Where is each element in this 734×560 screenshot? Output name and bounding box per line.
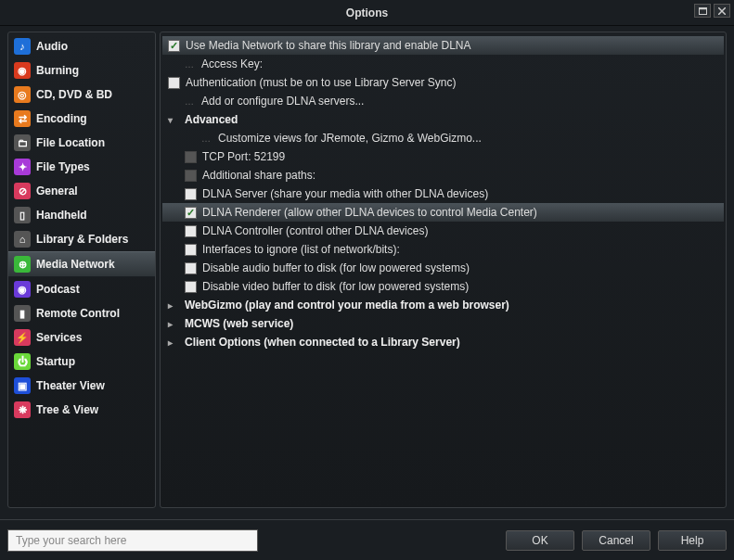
- sidebar-item-media-network[interactable]: ⊕Media Network: [8, 251, 155, 277]
- option-row[interactable]: ▸MCWS (web service): [162, 314, 724, 333]
- sidebar: ♪Audio◉Burning◎CD, DVD & BD⇄Encoding🗀Fil…: [7, 32, 156, 508]
- option-label: WebGizmo (play and control your media fr…: [185, 299, 509, 312]
- option-label: Disable video buffer to disk (for low po…: [202, 280, 469, 293]
- checkbox[interactable]: [185, 244, 197, 256]
- sidebar-item-tree-view[interactable]: ❋Tree & View: [8, 398, 155, 422]
- option-row[interactable]: TCP Port: 52199: [162, 147, 724, 166]
- ellipsis-icon: …: [185, 59, 196, 70]
- option-label: Disable audio buffer to disk (for low po…: [202, 261, 470, 274]
- sidebar-item-podcast[interactable]: ◉Podcast: [8, 277, 155, 301]
- sidebar-item-library-folders[interactable]: ⌂Library & Folders: [8, 227, 155, 251]
- sidebar-item-encoding[interactable]: ⇄Encoding: [8, 107, 155, 131]
- option-row[interactable]: …Customize views for JRemote, Gizmo & We…: [162, 129, 724, 147]
- library-folders-icon: ⌂: [14, 231, 31, 248]
- audio-icon: ♪: [14, 38, 31, 55]
- option-row[interactable]: DLNA Renderer (allow other DLNA devices …: [162, 203, 724, 222]
- option-label: Additional share paths:: [202, 169, 315, 182]
- checkbox[interactable]: [168, 77, 180, 89]
- file-types-icon: ✦: [14, 159, 31, 175]
- option-row[interactable]: Interfaces to ignore (list of network/bi…: [162, 240, 724, 259]
- titlebar-buttons: [694, 4, 730, 18]
- remote-control-icon: ▮: [14, 305, 31, 322]
- sidebar-item-theater-view[interactable]: ▣Theater View: [8, 374, 155, 398]
- option-label: Client Options (when connected to a Libr…: [185, 336, 460, 349]
- checkbox[interactable]: [185, 188, 197, 200]
- option-label: Advanced: [185, 113, 238, 126]
- chevron-down-icon: ▾: [168, 115, 179, 125]
- option-row[interactable]: Disable audio buffer to disk (for low po…: [162, 259, 724, 277]
- checkbox[interactable]: [185, 151, 197, 163]
- sidebar-item-label: File Types: [36, 160, 90, 173]
- checkbox[interactable]: [185, 225, 197, 237]
- option-row[interactable]: Authentication (must be on to use Librar…: [162, 73, 724, 92]
- titlebar: Options: [0, 0, 734, 26]
- option-label: Use Media Network to share this library …: [186, 39, 470, 52]
- sidebar-item-label: Library & Folders: [36, 233, 128, 246]
- podcast-icon: ◉: [14, 281, 31, 298]
- sidebar-item-label: Services: [36, 331, 82, 344]
- sidebar-item-general[interactable]: ⊘General: [8, 179, 155, 203]
- option-row[interactable]: ▸Client Options (when connected to a Lib…: [162, 333, 724, 351]
- sidebar-item-label: CD, DVD & BD: [36, 88, 112, 101]
- sidebar-item-startup[interactable]: ⏻Startup: [8, 350, 155, 374]
- checkbox[interactable]: [168, 40, 180, 52]
- checkbox[interactable]: [185, 281, 197, 293]
- sidebar-item-label: Encoding: [36, 112, 87, 125]
- chevron-right-icon: ▸: [168, 337, 179, 348]
- ellipsis-icon: …: [185, 96, 196, 107]
- sidebar-item-label: Startup: [36, 355, 75, 368]
- sidebar-item-remote-control[interactable]: ▮Remote Control: [8, 301, 155, 325]
- encoding-icon: ⇄: [14, 110, 31, 127]
- option-label: Add or configure DLNA servers...: [201, 95, 364, 108]
- tree-view-icon: ❋: [14, 401, 31, 418]
- chevron-right-icon: ▸: [168, 300, 179, 311]
- checkbox[interactable]: [185, 170, 197, 182]
- cancel-button[interactable]: Cancel: [582, 530, 650, 551]
- file-location-icon: 🗀: [14, 134, 31, 151]
- option-row[interactable]: Additional share paths:: [162, 166, 724, 185]
- burning-icon: ◉: [14, 62, 31, 79]
- sidebar-item-burning[interactable]: ◉Burning: [8, 58, 155, 83]
- window-title: Options: [346, 6, 388, 19]
- ok-button[interactable]: OK: [506, 530, 574, 551]
- search-input[interactable]: [7, 529, 258, 552]
- sidebar-item-label: Podcast: [36, 283, 80, 296]
- theater-view-icon: ▣: [14, 377, 31, 394]
- sidebar-item-handheld[interactable]: ▯Handheld: [8, 203, 155, 227]
- ellipsis-icon: …: [201, 134, 212, 144]
- option-label: Access Key:: [201, 57, 263, 70]
- handheld-icon: ▯: [14, 207, 31, 223]
- option-label: TCP Port: 52199: [202, 150, 285, 163]
- sidebar-item-label: Burning: [36, 64, 79, 77]
- option-label: Interfaces to ignore (list of network/bi…: [202, 243, 400, 256]
- sidebar-item-label: Remote Control: [36, 307, 120, 320]
- option-row[interactable]: ▾Advanced: [162, 110, 724, 129]
- sidebar-item-audio[interactable]: ♪Audio: [8, 34, 155, 58]
- option-row[interactable]: DLNA Server (share your media with other…: [162, 185, 724, 203]
- sidebar-item-services[interactable]: ⚡Services: [8, 325, 155, 350]
- option-row[interactable]: Disable video buffer to disk (for low po…: [162, 277, 724, 296]
- services-icon: ⚡: [14, 329, 31, 346]
- option-row[interactable]: …Access Key:: [162, 55, 724, 73]
- sidebar-item-file-location[interactable]: 🗀File Location: [8, 131, 155, 155]
- checkbox[interactable]: [185, 262, 197, 274]
- help-button[interactable]: Help: [658, 530, 727, 551]
- option-row[interactable]: Use Media Network to share this library …: [162, 36, 724, 55]
- option-label: MCWS (web service): [185, 317, 293, 330]
- chevron-right-icon: ▸: [168, 319, 179, 329]
- sidebar-item-file-types[interactable]: ✦File Types: [8, 155, 155, 179]
- sidebar-item-label: File Location: [36, 136, 105, 149]
- sidebar-item-label: Theater View: [36, 379, 105, 392]
- option-label: Authentication (must be on to use Librar…: [186, 76, 456, 89]
- sidebar-item-label: Tree & View: [36, 403, 98, 416]
- maximize-button[interactable]: [694, 4, 711, 18]
- option-row[interactable]: DLNA Controller (control other DLNA devi…: [162, 222, 724, 240]
- close-button[interactable]: [714, 4, 730, 18]
- startup-icon: ⏻: [14, 353, 31, 370]
- sidebar-item-cd-dvd-bd[interactable]: ◎CD, DVD & BD: [8, 83, 155, 107]
- sidebar-item-label: Media Network: [36, 258, 115, 271]
- option-row[interactable]: ▸WebGizmo (play and control your media f…: [162, 296, 724, 314]
- content-panel: Use Media Network to share this library …: [160, 32, 727, 508]
- option-row[interactable]: …Add or configure DLNA servers...: [162, 92, 724, 110]
- checkbox[interactable]: [185, 207, 197, 219]
